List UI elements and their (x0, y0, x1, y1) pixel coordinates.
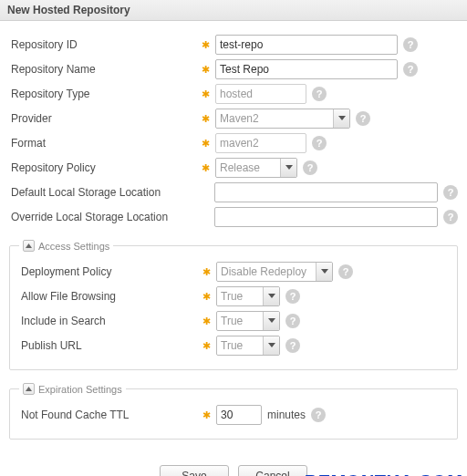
collapse-icon[interactable] (23, 240, 35, 252)
svg-marker-3 (321, 269, 328, 274)
chevron-down-icon[interactable] (316, 263, 332, 281)
label-default-loc: Default Local Storage Location (9, 186, 201, 199)
select-deployment-policy-value[interactable] (217, 263, 316, 281)
svg-marker-5 (268, 318, 275, 323)
input-repo-id[interactable] (215, 35, 398, 55)
form-body: Repository ID ✱ ? Repository Name ✱ ? Re… (0, 21, 467, 476)
select-provider-value[interactable] (216, 109, 333, 128)
row-format: Format ✱ ? (9, 133, 458, 153)
label-publish-url: Publish URL (19, 339, 202, 352)
legend-expiration: Expiration Settings (19, 383, 126, 395)
input-default-loc[interactable] (214, 182, 438, 202)
row-deployment-policy: Deployment Policy ✱ ? (19, 262, 448, 282)
required-icon: ✱ (201, 88, 210, 100)
new-hosted-repo-panel: New Hosted Repository Repository ID ✱ ? … (0, 0, 467, 476)
row-include-search: Include in Search ✱ ? (19, 311, 448, 331)
required-icon: ✱ (202, 409, 211, 421)
row-default-loc: Default Local Storage Location ✱ ? (9, 182, 458, 202)
help-icon[interactable]: ? (403, 62, 418, 77)
legend-expiration-text: Expiration Settings (38, 384, 122, 395)
chevron-down-icon[interactable] (280, 159, 296, 177)
required-icon: ✱ (201, 162, 210, 174)
required-icon: ✱ (202, 340, 211, 352)
cancel-button[interactable]: Cancel (238, 465, 307, 476)
help-icon[interactable]: ? (312, 87, 327, 101)
svg-marker-2 (26, 243, 32, 248)
chevron-down-icon[interactable] (263, 336, 279, 355)
select-provider[interactable] (215, 109, 350, 129)
select-include-search[interactable] (216, 311, 280, 331)
input-repo-type (215, 84, 306, 104)
row-publish-url: Publish URL ✱ ? (19, 336, 448, 356)
chevron-down-icon[interactable] (333, 109, 349, 128)
help-icon[interactable]: ? (443, 185, 458, 200)
required-icon: ✱ (202, 316, 211, 327)
select-repo-policy-value[interactable] (216, 159, 280, 177)
row-repo-name: Repository Name ✱ ? (9, 59, 458, 79)
required-icon: ✱ (201, 113, 210, 125)
button-bar: Save Cancel (9, 440, 458, 476)
help-icon[interactable]: ? (338, 264, 353, 279)
input-format (215, 133, 306, 153)
help-icon[interactable]: ? (356, 111, 370, 126)
help-icon[interactable]: ? (311, 408, 326, 422)
required-icon: ✱ (201, 138, 210, 150)
row-repo-policy: Repository Policy ✱ ? (9, 158, 458, 178)
chevron-down-icon[interactable] (263, 287, 279, 305)
legend-access-text: Access Settings (38, 241, 109, 252)
suffix-minutes: minutes (267, 409, 306, 421)
svg-marker-6 (268, 343, 275, 347)
legend-access: Access Settings (19, 240, 113, 252)
label-deployment-policy: Deployment Policy (19, 265, 202, 278)
input-nf-cache-ttl[interactable] (216, 405, 262, 425)
help-icon[interactable]: ? (285, 338, 300, 353)
row-override-loc: Override Local Storage Location ✱ ? (9, 207, 458, 227)
group-access-settings: Access Settings Deployment Policy ✱ ? Al… (9, 240, 458, 370)
select-repo-policy[interactable] (215, 158, 297, 178)
svg-marker-0 (338, 116, 346, 120)
input-repo-name[interactable] (215, 59, 398, 79)
label-repo-id: Repository ID (9, 38, 201, 51)
help-icon[interactable]: ? (403, 37, 418, 52)
select-include-search-value[interactable] (217, 312, 263, 330)
row-nf-cache-ttl: Not Found Cache TTL ✱ minutes ? (19, 405, 448, 425)
select-allow-browsing[interactable] (216, 286, 280, 306)
required-icon: ✱ (202, 266, 211, 278)
select-publish-url[interactable] (216, 336, 280, 356)
help-icon[interactable]: ? (303, 160, 317, 175)
row-repo-id: Repository ID ✱ ? (9, 35, 458, 55)
svg-marker-7 (26, 387, 32, 391)
svg-marker-1 (285, 165, 293, 170)
label-nf-cache-ttl: Not Found Cache TTL (19, 409, 202, 421)
label-include-search: Include in Search (19, 315, 202, 327)
help-icon[interactable]: ? (285, 289, 300, 304)
select-publish-url-value[interactable] (217, 336, 263, 355)
select-allow-browsing-value[interactable] (217, 287, 263, 305)
group-expiration-settings: Expiration Settings Not Found Cache TTL … (9, 383, 458, 440)
required-icon: ✱ (202, 291, 211, 303)
label-repo-type: Repository Type (9, 88, 201, 100)
row-repo-type: Repository Type ✱ ? (9, 84, 458, 104)
help-icon[interactable]: ? (312, 136, 327, 150)
collapse-icon[interactable] (23, 383, 35, 395)
required-icon: ✱ (201, 64, 210, 76)
svg-marker-4 (268, 294, 275, 298)
label-repo-name: Repository Name (9, 63, 201, 76)
row-allow-browsing: Allow File Browsing ✱ ? (19, 286, 448, 306)
required-icon: ✱ (201, 39, 210, 51)
label-override-loc: Override Local Storage Location (9, 211, 201, 223)
label-provider: Provider (9, 112, 201, 125)
label-allow-browsing: Allow File Browsing (19, 290, 202, 303)
panel-title: New Hosted Repository (0, 0, 467, 21)
help-icon[interactable]: ? (285, 314, 300, 328)
input-override-loc[interactable] (214, 207, 438, 227)
label-repo-policy: Repository Policy (9, 161, 201, 174)
select-deployment-policy[interactable] (216, 262, 333, 282)
save-button[interactable]: Save (160, 465, 229, 476)
label-format: Format (9, 137, 201, 150)
help-icon[interactable]: ? (443, 210, 458, 224)
chevron-down-icon[interactable] (263, 312, 279, 330)
row-provider: Provider ✱ ? (9, 109, 458, 129)
